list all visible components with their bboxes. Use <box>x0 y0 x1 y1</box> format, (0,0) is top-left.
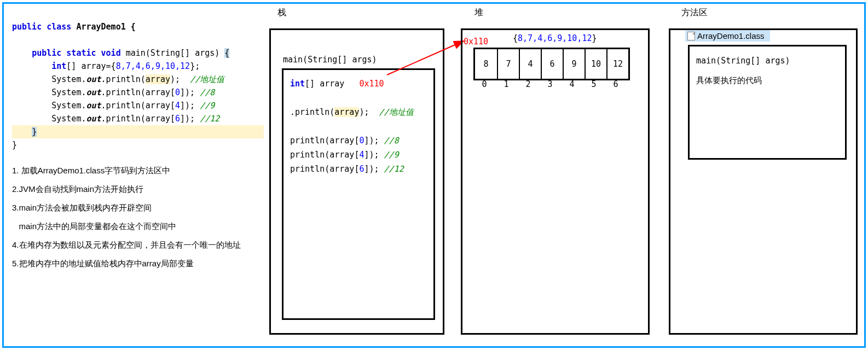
method-main-sig: main(String[] args) <box>696 53 838 68</box>
stack-println-4: println(array[4]); //9 <box>290 148 427 162</box>
stack-println-array: .println(array); //地址值 <box>290 105 427 119</box>
stack-println-0: println(array[0]); //8 <box>290 133 427 148</box>
array-cell: 12 <box>606 49 628 79</box>
heap-address: 0x110 <box>464 37 488 46</box>
stack-memory-box: main(String[] args) int[] array 0x110 .p… <box>269 28 444 335</box>
stack-label: 栈 <box>277 7 286 19</box>
code-line: System.out.println(array[6]); //12 <box>12 112 264 125</box>
code-line: System.out.println(array[0]); //8 <box>12 86 264 99</box>
explain-step-5: 5.把堆内存中的地址赋值给栈内存中array局部变量 <box>12 255 264 272</box>
code-line: System.out.println(array[4]); //9 <box>12 99 264 112</box>
code-line <box>12 33 264 46</box>
code-line: public class ArrayDemo1 { <box>12 20 264 33</box>
array-index: 0 <box>473 79 495 89</box>
method-area-frame: main(String[] args) 具体要执行的代码 <box>688 45 847 160</box>
stack-main-signature: main(String[] args) <box>283 55 377 65</box>
array-cell: 10 <box>585 49 606 79</box>
code-line: System.out.println(array); //地址值 <box>12 73 264 86</box>
heap-array-cells: 8 7 4 6 9 10 12 <box>473 48 630 80</box>
code-line: } <box>12 125 264 138</box>
stack-frame: int[] array 0x110 .println(array); //地址值… <box>282 68 435 320</box>
method-desc: 具体要执行的代码 <box>696 73 838 88</box>
explain-step-1: 1. 加载ArrayDemo1.class字节码到方法区中 <box>12 162 264 179</box>
code-line: } <box>12 138 264 151</box>
heap-label: 堆 <box>474 7 483 19</box>
array-index: 3 <box>539 79 561 89</box>
array-cell: 9 <box>563 49 585 79</box>
array-index: 4 <box>561 79 583 89</box>
heap-array-indices: 0 1 2 3 4 5 6 <box>473 79 627 89</box>
explain-step-2: 2.JVM会自动找到main方法开始执行 <box>12 181 264 197</box>
source-code-panel: public class ArrayDemo1 { public static … <box>12 20 264 274</box>
explanation-text: 1. 加载ArrayDemo1.class字节码到方法区中 2.JVM会自动找到… <box>12 162 264 272</box>
class-file-badge: ArrayDemo1.class <box>685 30 770 42</box>
diagram-container: public class ArrayDemo1 { public static … <box>2 2 866 348</box>
array-cell: 7 <box>497 49 519 79</box>
stack-println-6: println(array[6]); //12 <box>290 162 427 176</box>
class-file-name: ArrayDemo1.class <box>697 31 765 40</box>
heap-array-literal: {8,7,4,6,9,10,12} <box>513 33 597 43</box>
explain-step-4: 4.在堆内存为数组以及元素分配空间，并且会有一个唯一的地址 <box>12 237 264 253</box>
code-line: int[] array={8,7,4,6,9,10,12}; <box>12 60 264 73</box>
array-index: 2 <box>517 79 539 89</box>
array-cell: 6 <box>541 49 563 79</box>
method-area-label: 方法区 <box>681 7 708 19</box>
array-cell: 4 <box>519 49 541 79</box>
array-index: 5 <box>583 79 605 89</box>
explain-step-3a: 3.main方法会被加载到栈内存开辟空间 <box>12 200 264 216</box>
stack-var-array: int[] array 0x110 <box>290 77 427 91</box>
file-icon <box>687 32 695 40</box>
array-index: 6 <box>605 79 627 89</box>
code-line: public static void main(String[] args) { <box>12 46 264 60</box>
array-index: 1 <box>495 79 517 89</box>
array-cell: 8 <box>475 49 497 79</box>
explain-step-3b: main方法中的局部变量都会在这个而空间中 <box>12 218 264 235</box>
